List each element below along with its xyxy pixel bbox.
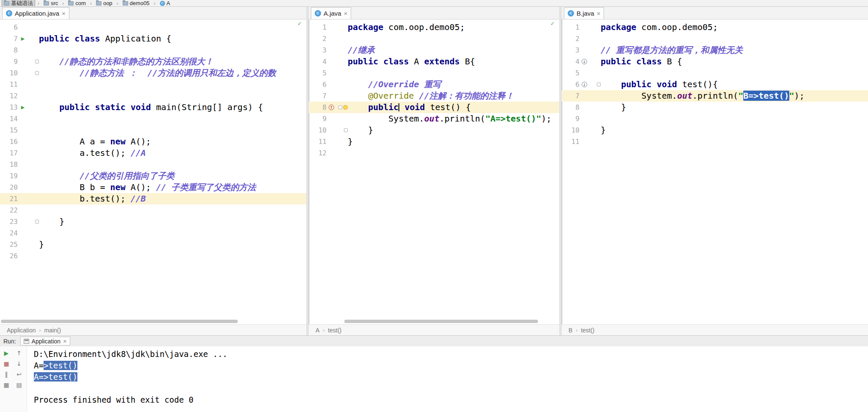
run-tab[interactable]: Application bbox=[20, 337, 70, 346]
run-icon[interactable] bbox=[20, 105, 26, 111]
code-line[interactable]: 4public class B { bbox=[562, 56, 868, 67]
code-line[interactable]: 6 //Override 重写 bbox=[309, 79, 559, 90]
code-line[interactable]: 20 B b = new A(); // 子类重写了父类的方法 bbox=[0, 182, 306, 193]
code-text[interactable]: } bbox=[601, 124, 868, 136]
overridden-icon[interactable] bbox=[582, 82, 587, 87]
nav-item-oop[interactable]: oop bbox=[94, 0, 114, 7]
code-text[interactable]: //静态的方法和非静态的方法区别很大！ bbox=[39, 56, 306, 67]
code-line[interactable]: 13 public static void main(String[] args… bbox=[0, 102, 306, 113]
code-text[interactable]: //继承 bbox=[348, 44, 559, 56]
code-line[interactable]: 23 } bbox=[0, 216, 306, 227]
fold-icon[interactable] bbox=[35, 60, 39, 64]
fold-icon[interactable] bbox=[344, 128, 348, 132]
code-text[interactable]: b.test(); //B bbox=[39, 193, 306, 205]
nav-item-project[interactable]: 基础语法 bbox=[2, 0, 35, 7]
fold-icon[interactable] bbox=[338, 105, 342, 109]
code-line[interactable]: 1package com.oop.demo05; bbox=[562, 22, 868, 33]
close-icon[interactable] bbox=[597, 10, 601, 17]
code-line[interactable]: 24 bbox=[0, 227, 306, 239]
code-text[interactable]: package com.oop.demo05; bbox=[348, 22, 559, 33]
code-line[interactable]: 10 } bbox=[309, 124, 559, 136]
code-line[interactable]: 21 b.test(); //B bbox=[0, 193, 306, 205]
rerun-icon[interactable] bbox=[3, 350, 10, 357]
fold-icon[interactable] bbox=[35, 71, 39, 75]
code-text[interactable]: } bbox=[39, 239, 306, 250]
pause-output-icon[interactable] bbox=[3, 371, 10, 378]
fold-icon[interactable] bbox=[35, 220, 39, 224]
code-line[interactable]: 5 bbox=[309, 67, 559, 79]
code-line[interactable]: 8 } bbox=[562, 102, 868, 113]
code-line[interactable]: 11 bbox=[562, 136, 868, 147]
code-line[interactable]: 15 bbox=[0, 124, 306, 136]
code-text[interactable]: } bbox=[39, 216, 306, 227]
editor-tab-b[interactable]: CB.java bbox=[564, 7, 604, 19]
code-text[interactable]: @Override //注解：有功能的注释！ bbox=[348, 90, 559, 102]
code-line[interactable]: 11} bbox=[309, 136, 559, 147]
print-icon[interactable] bbox=[15, 382, 23, 388]
code-text[interactable]: package com.oop.demo05; bbox=[601, 22, 868, 33]
scrollbar-thumb[interactable] bbox=[1, 320, 238, 323]
code-text[interactable]: A a = new A(); bbox=[39, 136, 306, 147]
code-line[interactable]: 9 System.out.println("A=>test()"); bbox=[309, 113, 559, 124]
breadcrumb-item[interactable]: Application bbox=[7, 327, 36, 334]
code-line[interactable]: 12 bbox=[0, 90, 306, 102]
down-stack-icon[interactable] bbox=[15, 360, 23, 367]
breadcrumb-item[interactable]: test() bbox=[581, 327, 594, 334]
code-line[interactable]: 25} bbox=[0, 239, 306, 250]
overridden-icon[interactable] bbox=[582, 59, 587, 64]
code-line[interactable]: 3// 重写都是方法的重写，和属性无关 bbox=[562, 44, 868, 56]
up-stack-icon[interactable] bbox=[15, 350, 23, 357]
bulb-icon[interactable] bbox=[343, 105, 348, 110]
code-line[interactable]: 6 bbox=[0, 22, 306, 33]
code-text[interactable]: //静态方法 ： //方法的调用只和左边，定义的数 bbox=[39, 67, 306, 79]
code-text[interactable]: public class A extends B{ bbox=[348, 56, 559, 67]
code-line[interactable]: 19 //父类的引用指向了子类 bbox=[0, 170, 306, 182]
code-line[interactable]: 16 A a = new A(); bbox=[0, 136, 306, 147]
nav-item-src[interactable]: src bbox=[42, 0, 60, 7]
nav-item-demo05[interactable]: demo05 bbox=[121, 0, 151, 7]
editor-tab-a[interactable]: CA.java bbox=[311, 7, 351, 19]
code-line[interactable]: 18 bbox=[0, 159, 306, 170]
close-icon[interactable] bbox=[344, 10, 348, 17]
code-line[interactable]: 1package com.oop.demo05; bbox=[309, 22, 559, 33]
run-icon[interactable] bbox=[20, 36, 26, 42]
code-line[interactable]: 2 bbox=[309, 33, 559, 44]
nav-item-com[interactable]: com bbox=[66, 0, 88, 7]
close-icon[interactable] bbox=[63, 338, 67, 344]
code-line[interactable]: 11 bbox=[0, 79, 306, 90]
code-line[interactable]: 6 public void test(){ bbox=[562, 79, 868, 90]
code-line[interactable]: 10} bbox=[562, 124, 868, 136]
code-line[interactable]: 8 public void test() { bbox=[309, 102, 559, 113]
code-line[interactable]: 12 bbox=[309, 147, 559, 159]
fold-icon[interactable] bbox=[597, 83, 601, 86]
code-text[interactable]: } bbox=[601, 102, 868, 113]
code-text[interactable]: public class Application { bbox=[39, 33, 306, 44]
code-text[interactable]: public void test(){ bbox=[601, 79, 868, 90]
code-line[interactable]: 3//继承 bbox=[309, 44, 559, 56]
code-line[interactable]: 9 bbox=[562, 113, 868, 124]
code-text[interactable]: } bbox=[348, 136, 559, 147]
stop-icon[interactable] bbox=[3, 360, 10, 367]
breadcrumb-item[interactable]: A bbox=[316, 327, 319, 334]
code-text[interactable]: // 重写都是方法的重写，和属性无关 bbox=[601, 44, 868, 56]
code-line[interactable]: 7public class Application { bbox=[0, 33, 306, 44]
overriding-icon[interactable] bbox=[329, 105, 334, 110]
code-line[interactable]: 4public class A extends B{ bbox=[309, 56, 559, 67]
breadcrumb-item[interactable]: B bbox=[569, 327, 572, 334]
code-line[interactable]: 8 bbox=[0, 44, 306, 56]
code-line[interactable]: 14 bbox=[0, 113, 306, 124]
restore-layout-icon[interactable] bbox=[3, 382, 10, 388]
horizontal-scrollbar[interactable] bbox=[309, 320, 559, 323]
code-text[interactable]: System.out.println("B=>test()"); bbox=[601, 90, 868, 102]
breadcrumb-item[interactable]: main() bbox=[44, 327, 61, 334]
code-text[interactable]: } bbox=[348, 124, 559, 136]
soft-wrap-icon[interactable] bbox=[15, 371, 23, 378]
code-line[interactable]: 7 System.out.println("B=>test()"); bbox=[562, 90, 868, 102]
code-text[interactable]: //Override 重写 bbox=[348, 79, 559, 90]
code-line[interactable]: 17 a.test(); //A bbox=[0, 147, 306, 159]
code-line[interactable]: 22 bbox=[0, 205, 306, 216]
code-text[interactable]: public void test() { bbox=[348, 102, 559, 113]
code-text[interactable]: public class B { bbox=[601, 56, 868, 67]
code-line[interactable]: 5 bbox=[562, 67, 868, 79]
nav-item-a[interactable]: CA bbox=[158, 0, 172, 7]
